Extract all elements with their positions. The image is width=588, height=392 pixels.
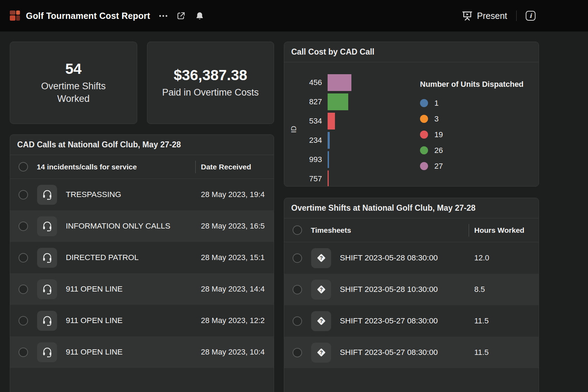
chart-bar[interactable]: [328, 74, 351, 91]
headset-icon: [37, 248, 57, 268]
chart-area: ID 456 827 534 234 993 757 Number of Uni…: [284, 62, 539, 187]
cad-call-date: 28 May 2023, 15:1: [195, 242, 274, 273]
cad-call-type: 911 OPEN LINE: [66, 348, 195, 357]
legend-label: 26: [434, 146, 443, 155]
overtime-shifts-card: Overtime Shifts at National Golf Club, M…: [284, 198, 539, 392]
bar-tick-label: 534: [298, 117, 328, 126]
left-column: 54 Overtime Shifts Worked $36,387.38 Pai…: [10, 42, 274, 392]
cad-table-row[interactable]: TRESPASSING 28 May 2023, 19:4: [10, 179, 274, 210]
cad-table-row[interactable]: 911 OPEN LINE 28 May 2023, 10:4: [10, 336, 274, 368]
legend-item[interactable]: 26: [420, 142, 530, 158]
y-axis-title-text: ID: [290, 126, 298, 133]
hours-worked-header[interactable]: Hours Worked: [469, 218, 539, 242]
cad-call-date: 28 May 2023, 10:4: [195, 336, 274, 368]
row-checkbox[interactable]: [293, 316, 302, 326]
chart-bar[interactable]: [328, 132, 330, 149]
row-checkbox[interactable]: [293, 253, 302, 263]
chart-bar-row: 757: [298, 169, 417, 187]
info-icon[interactable]: i: [526, 11, 536, 21]
bar-tick-label: 993: [298, 155, 328, 164]
chart-bar-row: 827: [298, 92, 417, 111]
chart-legend: Number of Units Dispatched 1 3 19 26 27: [417, 73, 530, 187]
shifts-table-header: Timesheets Hours Worked: [284, 218, 539, 242]
bar-tick-label: 234: [298, 136, 328, 145]
legend-item[interactable]: 19: [420, 127, 530, 142]
present-button[interactable]: Present: [462, 10, 507, 21]
row-checkbox[interactable]: [293, 285, 302, 294]
select-all-checkbox[interactable]: [19, 162, 28, 172]
legend-dot: [420, 162, 428, 170]
shift-table-row[interactable]: ? SHIFT 2023-05-27 08:30:00 11.5: [284, 305, 539, 337]
cad-table-row[interactable]: 911 OPEN LINE 28 May 2023, 14:4: [10, 273, 274, 305]
legend-items: 1 3 19 26 27: [420, 95, 530, 174]
row-checkbox[interactable]: [19, 190, 28, 200]
shift-hours: 12.0: [469, 242, 539, 274]
shift-hours: 11.5: [469, 305, 539, 337]
timesheet-diamond-icon: ?: [311, 248, 331, 268]
svg-text:?: ?: [320, 287, 323, 292]
legend-label: 1: [434, 99, 439, 108]
chart-bar[interactable]: [328, 93, 348, 110]
shift-hours: 8.5: [469, 274, 539, 305]
shift-name: SHIFT 2023-05-28 10:30:00: [340, 285, 469, 294]
shift-table-row[interactable]: ? SHIFT 2023-05-28 08:30:00 12.0: [284, 242, 539, 274]
cad-call-type: 911 OPEN LINE: [66, 316, 195, 325]
cad-calls-card: CAD Calls at National Golf Club, May 27-…: [10, 134, 274, 392]
row-checkbox[interactable]: [19, 253, 28, 262]
legend-item[interactable]: 3: [420, 111, 530, 127]
incident-count-header: 14 incidents/calls for service: [37, 163, 195, 171]
report-title: Golf Tournament Cost Report: [26, 11, 150, 21]
legend-label: 19: [434, 130, 443, 139]
notifications-bell-icon[interactable]: [194, 10, 205, 21]
overtime-costs-value: $36,387.38: [174, 67, 247, 84]
headset-icon: [37, 185, 57, 205]
cad-call-date: 28 May 2023, 14:4: [195, 273, 274, 305]
svg-text:?: ?: [320, 318, 323, 324]
row-checkbox[interactable]: [19, 285, 28, 294]
chart-bar-row: 993: [298, 150, 417, 169]
cad-table-body: TRESPASSING 28 May 2023, 19:4 INFORMATIO…: [10, 179, 274, 368]
row-checkbox[interactable]: [19, 316, 28, 326]
shifts-table-body: ? SHIFT 2023-05-28 08:30:00 12.0 ? SHIFT…: [284, 242, 539, 368]
headset-icon: [37, 342, 57, 362]
top-bar-left: Golf Tournament Cost Report: [10, 10, 462, 21]
cad-call-type: TRESPASSING: [66, 190, 195, 199]
row-checkbox[interactable]: [19, 222, 28, 231]
cad-table-row[interactable]: INFORMATION ONLY CALLS 28 May 2023, 16:5: [10, 210, 274, 242]
overtime-shifts-value: 54: [65, 61, 82, 77]
legend-item[interactable]: 27: [420, 158, 530, 174]
share-icon[interactable]: [175, 10, 187, 21]
row-checkbox[interactable]: [19, 348, 28, 357]
headset-icon: [37, 311, 57, 331]
call-cost-chart-card: Call Cost by CAD Call ID 456 827 534 234…: [284, 42, 539, 187]
legend-item[interactable]: 1: [420, 95, 530, 111]
bar-chart: 456 827 534 234 993 757: [298, 73, 417, 187]
select-all-checkbox[interactable]: [293, 225, 302, 235]
chart-bar[interactable]: [328, 170, 329, 187]
shift-table-row[interactable]: ? SHIFT 2023-05-28 10:30:00 8.5: [284, 274, 539, 305]
chart-bar-row: 234: [298, 131, 417, 150]
legend-dot: [420, 99, 428, 107]
stat-card-overtime-shifts: 54 Overtime Shifts Worked: [10, 42, 137, 124]
cad-table-row[interactable]: DIRECTED PATROL 28 May 2023, 15:1: [10, 242, 274, 273]
chart-bar[interactable]: [328, 151, 329, 168]
shift-table-row[interactable]: ? SHIFT 2023-05-27 08:30:00 11.5: [284, 337, 539, 368]
row-checkbox[interactable]: [293, 348, 302, 357]
present-label: Present: [477, 11, 507, 21]
report-logo-icon: [10, 10, 20, 21]
shift-name: SHIFT 2023-05-27 08:30:00: [340, 316, 469, 326]
date-received-header[interactable]: Date Received: [195, 155, 274, 178]
legend-title: Number of Units Dispatched: [420, 80, 530, 89]
cad-call-date: 28 May 2023, 12:2: [195, 305, 274, 336]
timesheet-diamond-icon: ?: [311, 280, 331, 300]
svg-text:?: ?: [320, 350, 323, 355]
headset-icon: [37, 216, 57, 236]
bar-tick-label: 827: [298, 97, 328, 106]
more-options-icon[interactable]: [158, 10, 169, 21]
timesheet-diamond-icon: ?: [311, 311, 331, 331]
svg-text:?: ?: [320, 255, 323, 261]
cad-table-row[interactable]: 911 OPEN LINE 28 May 2023, 12:2: [10, 305, 274, 336]
top-bar-right: Present i: [462, 10, 536, 21]
chart-title: Call Cost by CAD Call: [284, 42, 539, 62]
chart-bar[interactable]: [328, 113, 335, 130]
